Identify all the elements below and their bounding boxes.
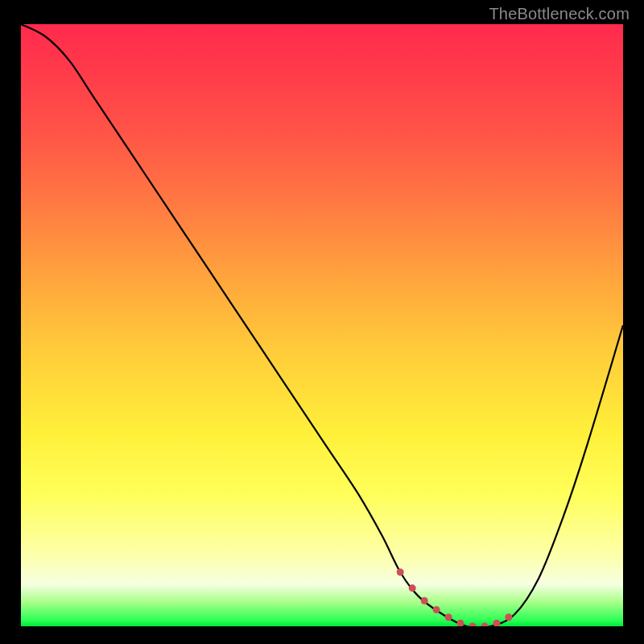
optima-marker-dot: [481, 623, 489, 627]
chart-plot-area: [21, 24, 623, 626]
bottleneck-curve-line: [21, 24, 623, 626]
optima-marker-dot: [397, 568, 404, 576]
optima-marker-dot: [457, 620, 464, 626]
optima-marker-group: [397, 568, 513, 626]
optima-marker-dot: [421, 597, 428, 605]
optima-marker-dot: [493, 620, 500, 626]
optima-marker-dot: [469, 623, 477, 627]
bottleneck-curve-svg: [21, 24, 623, 626]
optima-marker-dot: [409, 584, 416, 592]
optima-marker-dot: [433, 606, 440, 613]
optima-marker-dot: [505, 613, 512, 621]
attribution-text: TheBottleneck.com: [489, 5, 630, 23]
optima-marker-dot: [445, 613, 452, 621]
